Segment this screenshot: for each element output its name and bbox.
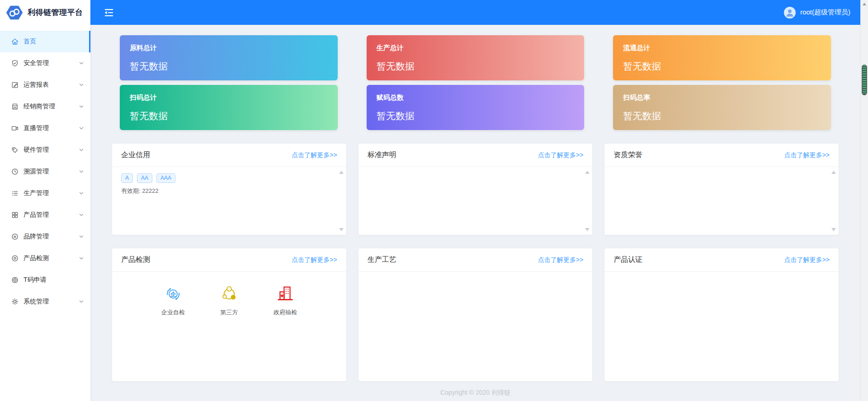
- gear-icon: [11, 298, 19, 306]
- stat-card-circulation-total: 流通总计 暂无数据: [613, 35, 831, 80]
- panel-body: [359, 272, 593, 381]
- detect-item-government-check[interactable]: 政府抽检: [274, 285, 297, 317]
- fold-icon: [103, 8, 115, 17]
- footer-copyright: Copyright © 2020 利得链: [90, 389, 860, 397]
- sidebar-item-home[interactable]: 首页: [0, 31, 90, 52]
- home-icon: [11, 37, 19, 46]
- detect-item-enterprise-self-check[interactable]: 企企业自检: [161, 285, 185, 317]
- scrollbar-thumb[interactable]: [862, 65, 867, 95]
- logo-icon: [5, 4, 24, 22]
- more-link[interactable]: 点击了解更多>>: [538, 151, 583, 159]
- more-link[interactable]: 点击了解更多>>: [538, 256, 583, 264]
- svg-text:R: R: [14, 235, 16, 239]
- shop-icon: [11, 103, 19, 111]
- credit-rating-tags: AAAAAA: [121, 173, 335, 183]
- panel-header: 企业信用 点击了解更多>>: [112, 144, 346, 167]
- panel-standard: 标准声明 点击了解更多>>: [359, 144, 593, 235]
- third-party-icon: [221, 285, 238, 303]
- grid-icon: [11, 211, 19, 219]
- stats-grid: 原料总计 暂无数据 生产总计 暂无数据 流通总计 暂无数据 扫码总计 暂无数据 …: [120, 35, 831, 130]
- sidebar-item-system[interactable]: 系统管理: [0, 291, 90, 312]
- stat-card-title: 扫码总计: [130, 93, 328, 102]
- stat-card-value: 暂无数据: [377, 110, 575, 122]
- chevron-down-icon: [79, 191, 84, 196]
- panel-body: 企企业自检第三方政府抽检: [112, 272, 346, 381]
- more-link[interactable]: 点击了解更多>>: [784, 256, 830, 264]
- panel-body: [604, 167, 839, 235]
- panel-craft: 生产工艺 点击了解更多>>: [359, 248, 593, 381]
- panel-header: 产品认证 点击了解更多>>: [604, 248, 839, 272]
- sidebar-item-tcode[interactable]: T码申请: [0, 269, 90, 291]
- eye-icon: [11, 254, 19, 262]
- sidebar-item-hardware[interactable]: 硬件管理: [0, 139, 90, 161]
- panel-scroll-down-icon[interactable]: [831, 228, 836, 231]
- more-link[interactable]: 点击了解更多>>: [784, 151, 830, 159]
- credit-rating-tag: A: [121, 173, 133, 183]
- panel-body: [359, 167, 593, 235]
- scrollbar-up-arrow-icon[interactable]: [863, 3, 866, 5]
- sidebar-item-inspection[interactable]: 产品检测: [0, 247, 90, 269]
- more-link[interactable]: 点击了解更多>>: [292, 256, 337, 264]
- video-icon: [11, 124, 19, 132]
- collapse-sidebar-button[interactable]: [103, 8, 115, 17]
- sidebar: 利得链管理平台 首页 安全管理 运营报表 经销商管理 直播管理 硬件管理 溯源管…: [0, 0, 90, 401]
- panel-header: 资质荣誉 点击了解更多>>: [604, 144, 839, 167]
- panel-title: 企业信用: [121, 150, 150, 160]
- government-check-icon: [277, 285, 294, 303]
- sidebar-item-dealers[interactable]: 经销商管理: [0, 96, 90, 117]
- tag-icon: [11, 146, 19, 154]
- more-link[interactable]: 点击了解更多>>: [292, 151, 337, 159]
- main-content: 原料总计 暂无数据 生产总计 暂无数据 流通总计 暂无数据 扫码总计 暂无数据 …: [90, 25, 860, 401]
- panel-title: 资质荣誉: [613, 150, 642, 160]
- tcode-icon: [11, 276, 19, 284]
- stat-card-value: 暂无数据: [130, 110, 328, 122]
- chevron-down-icon: [79, 104, 84, 109]
- registered-icon: R: [11, 233, 19, 241]
- bottom-panels: 产品检测 点击了解更多>> 企企业自检第三方政府抽检 生产工艺 点击了解更多>>…: [112, 248, 839, 381]
- detect-item-label: 第三方: [220, 308, 238, 317]
- username: root(超级管理员): [800, 8, 850, 17]
- panel-scroll-up-icon[interactable]: [831, 171, 836, 174]
- sidebar-item-brand[interactable]: R 品牌管理: [0, 226, 90, 247]
- credit-rating-tag: AA: [137, 173, 152, 183]
- panel-title: 标准声明: [368, 150, 396, 160]
- sidebar-item-security[interactable]: 安全管理: [0, 52, 90, 74]
- user-menu[interactable]: root(超级管理员): [784, 7, 850, 19]
- sidebar-menu: 首页 安全管理 运营报表 经销商管理 直播管理 硬件管理 溯源管理 生产管理 产…: [0, 25, 90, 312]
- list-icon: [11, 189, 19, 197]
- sidebar-item-live[interactable]: 直播管理: [0, 117, 90, 139]
- chevron-down-icon: [79, 82, 84, 88]
- detect-item-label: 政府抽检: [274, 308, 297, 317]
- page-scrollbar[interactable]: [860, 0, 868, 401]
- stat-card-title: 流通总计: [623, 44, 821, 52]
- panel-body: [604, 272, 839, 381]
- panel-scroll-down-icon[interactable]: [585, 228, 590, 231]
- report-icon: [11, 81, 19, 89]
- stat-card-title: 赋码总数: [377, 93, 575, 102]
- chevron-down-icon: [79, 212, 84, 218]
- sidebar-item-production[interactable]: 生产管理: [0, 182, 90, 204]
- app-title: 利得链管理平台: [28, 7, 83, 18]
- panel-header: 产品检测 点击了解更多>>: [112, 248, 346, 272]
- stat-card-value: 暂无数据: [377, 60, 575, 73]
- panel-scroll-up-icon[interactable]: [339, 171, 344, 174]
- detect-item-label: 企业自检: [161, 308, 185, 317]
- stat-card-title: 扫码总率: [623, 93, 821, 102]
- sidebar-item-reports[interactable]: 运营报表: [0, 74, 90, 96]
- sidebar-item-trace[interactable]: 溯源管理: [0, 161, 90, 182]
- chevron-down-icon: [79, 299, 84, 304]
- panel-title: 产品检测: [121, 255, 150, 265]
- user-icon: [784, 7, 796, 19]
- stat-card-scan-total: 扫码总计 暂无数据: [120, 85, 338, 130]
- panel-title: 产品认证: [613, 255, 642, 265]
- stat-card-value: 暂无数据: [623, 110, 821, 122]
- panel-scroll-down-icon[interactable]: [339, 228, 344, 231]
- detect-item-third-party[interactable]: 第三方: [220, 285, 238, 317]
- stat-card-title: 原料总计: [130, 44, 328, 52]
- stat-card-title: 生产总计: [377, 44, 575, 52]
- sidebar-item-products[interactable]: 产品管理: [0, 204, 90, 226]
- stat-card-value: 暂无数据: [130, 60, 328, 73]
- panel-scroll-up-icon[interactable]: [585, 171, 590, 174]
- panel-detect: 产品检测 点击了解更多>> 企企业自检第三方政府抽检: [112, 248, 346, 381]
- panel-header: 标准声明 点击了解更多>>: [359, 144, 593, 167]
